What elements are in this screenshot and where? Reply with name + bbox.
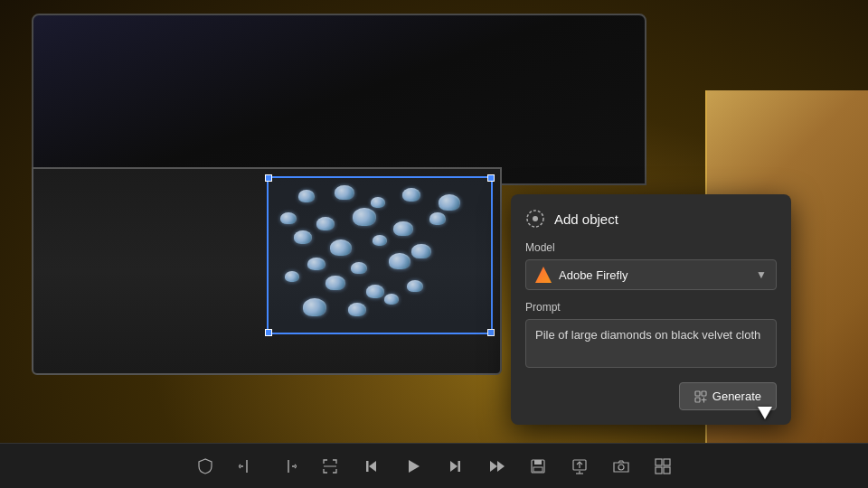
diamond bbox=[326, 276, 345, 290]
diamond bbox=[407, 280, 423, 292]
split-left-icon[interactable] bbox=[234, 454, 259, 479]
layers-icon[interactable] bbox=[650, 454, 675, 479]
model-dropdown[interactable]: Adobe Firefly ▼ bbox=[525, 259, 777, 290]
popup-header: Add object bbox=[525, 209, 777, 229]
svg-rect-2 bbox=[695, 391, 700, 396]
prompt-label: Prompt bbox=[525, 301, 777, 314]
svg-rect-12 bbox=[458, 461, 461, 472]
chevron-down-icon: ▼ bbox=[756, 268, 767, 281]
diamonds-group bbox=[271, 181, 488, 330]
diamond bbox=[351, 262, 367, 274]
diamond bbox=[366, 285, 384, 298]
firefly-icon bbox=[535, 267, 552, 283]
popup-title: Add object bbox=[554, 211, 618, 227]
diamond bbox=[393, 221, 413, 236]
diamond bbox=[402, 188, 420, 202]
diamond bbox=[335, 185, 354, 200]
diamond bbox=[439, 194, 460, 211]
generate-label: Generate bbox=[712, 389, 761, 403]
diamond bbox=[373, 235, 387, 246]
svg-point-22 bbox=[618, 465, 624, 470]
diamond bbox=[330, 239, 352, 256]
canvas-area: Add object Model Adobe Firefly ▼ Prompt … bbox=[0, 0, 868, 443]
svg-marker-14 bbox=[497, 461, 505, 472]
generate-icon bbox=[694, 390, 707, 403]
svg-rect-16 bbox=[534, 460, 542, 465]
svg-rect-23 bbox=[656, 459, 662, 465]
svg-rect-9 bbox=[366, 461, 369, 472]
model-select-left: Adobe Firefly bbox=[535, 267, 628, 283]
svg-marker-13 bbox=[490, 461, 497, 472]
diamond bbox=[384, 294, 399, 305]
diamond bbox=[298, 190, 315, 202]
diamond bbox=[411, 244, 431, 258]
export-icon[interactable] bbox=[567, 454, 592, 479]
split-right-icon[interactable] bbox=[276, 454, 301, 479]
model-label: Model bbox=[525, 241, 777, 254]
diamond bbox=[389, 253, 410, 269]
add-object-panel: Add object Model Adobe Firefly ▼ Prompt … bbox=[511, 194, 791, 425]
add-object-icon bbox=[525, 209, 545, 229]
svg-marker-8 bbox=[369, 461, 376, 472]
diamond bbox=[316, 217, 335, 230]
shield-toolbar-icon[interactable] bbox=[193, 454, 218, 479]
play-icon[interactable] bbox=[401, 454, 426, 479]
diamond bbox=[348, 303, 366, 316]
diamond bbox=[303, 298, 326, 316]
diamond bbox=[429, 212, 446, 225]
prompt-input[interactable] bbox=[525, 319, 777, 368]
svg-rect-24 bbox=[664, 459, 670, 465]
diamond bbox=[371, 197, 385, 208]
svg-rect-3 bbox=[702, 391, 706, 396]
diamond bbox=[285, 271, 299, 282]
svg-rect-26 bbox=[664, 467, 670, 474]
diamond bbox=[307, 258, 326, 270]
diamond bbox=[280, 212, 297, 224]
mouse-cursor bbox=[758, 407, 772, 419]
prev-frame-icon[interactable] bbox=[359, 454, 384, 479]
next-frame-icon[interactable] bbox=[442, 454, 467, 479]
save-icon[interactable] bbox=[525, 454, 551, 479]
last-frame-icon[interactable] bbox=[484, 454, 509, 479]
bottom-toolbar bbox=[0, 443, 868, 488]
svg-marker-10 bbox=[409, 460, 420, 473]
fit-icon[interactable] bbox=[317, 454, 343, 479]
popup-footer: Generate bbox=[525, 382, 777, 410]
camera-icon[interactable] bbox=[609, 454, 634, 479]
svg-rect-4 bbox=[695, 398, 700, 402]
model-name: Adobe Firefly bbox=[559, 268, 628, 282]
diamond bbox=[294, 230, 312, 244]
svg-point-1 bbox=[533, 216, 538, 221]
briefcase-top bbox=[32, 14, 646, 185]
svg-rect-17 bbox=[533, 467, 542, 472]
svg-rect-25 bbox=[656, 467, 662, 474]
svg-marker-11 bbox=[450, 461, 458, 472]
diamond bbox=[353, 208, 376, 226]
